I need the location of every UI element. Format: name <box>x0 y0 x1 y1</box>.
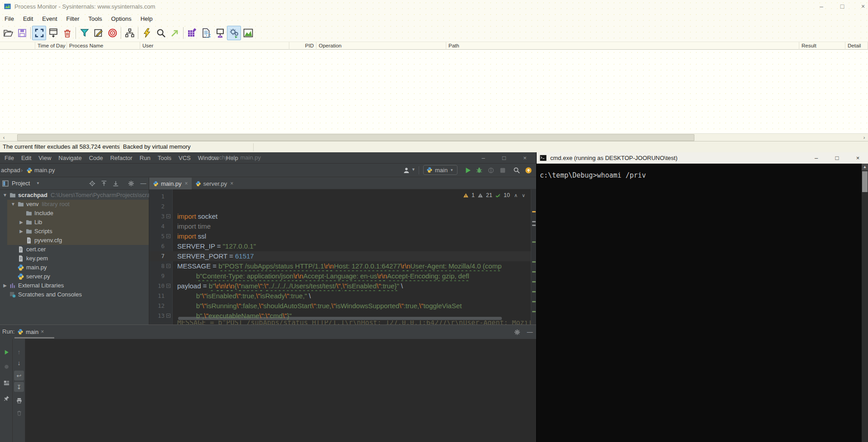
stripe-mark[interactable] <box>532 221 536 222</box>
fold-icon[interactable]: − <box>166 284 170 288</box>
fold-icon[interactable]: − <box>166 234 170 238</box>
scroll-right-icon[interactable]: › <box>860 134 868 141</box>
process-activity-icon[interactable] <box>227 26 241 40</box>
menu-item-edit[interactable]: Edit <box>19 15 38 22</box>
stripe-mark[interactable] <box>532 271 536 273</box>
chevron-down-icon[interactable]: ▼ <box>10 200 16 209</box>
stripe-mark[interactable] <box>532 225 536 226</box>
maximize-button[interactable]: □ <box>833 0 852 13</box>
run-tab-main[interactable]: main × <box>14 326 47 338</box>
settings-icon[interactable] <box>127 179 136 188</box>
error-stripe[interactable] <box>531 189 536 325</box>
tree-item-key-pem[interactable]: key.pem <box>0 254 149 263</box>
tree-item-main-py[interactable]: main.py <box>0 263 149 272</box>
chevron-right-icon[interactable]: ▶ <box>18 227 24 236</box>
stripe-mark[interactable] <box>532 301 536 302</box>
print-icon[interactable] <box>14 395 24 405</box>
menu-item-file[interactable]: File <box>1 155 18 161</box>
breadcrumb-project[interactable]: achpad <box>1 167 20 174</box>
close-icon[interactable]: × <box>184 180 188 187</box>
close-icon[interactable]: × <box>229 180 233 187</box>
chevron-down-icon[interactable]: ▼ <box>36 181 40 185</box>
column-header-process-name[interactable]: Process Name <box>67 42 140 50</box>
minimize-button[interactable]: – <box>476 152 491 164</box>
chevron-right-icon[interactable]: ▶ <box>2 281 8 290</box>
tree-item-lib[interactable]: ▶Lib <box>0 218 149 227</box>
column-header-time-of-day[interactable]: Time of Day <box>35 42 67 50</box>
menu-item-edit[interactable]: Edit <box>18 155 35 161</box>
find-icon[interactable] <box>154 26 168 40</box>
close-button[interactable]: × <box>517 152 533 164</box>
project-panel-title[interactable]: Project <box>12 180 30 187</box>
tree-item-external-libraries[interactable]: ▶External Libraries <box>0 281 149 290</box>
menu-item-options[interactable]: Options <box>107 15 136 22</box>
column-header-pid[interactable]: PID <box>289 42 316 50</box>
scroll-up-icon[interactable]: ▲ <box>862 164 868 170</box>
tree-item-pyvenv-cfg[interactable]: pyvenv.cfg <box>0 236 149 245</box>
maximize-button[interactable]: □ <box>827 152 847 164</box>
chevron-right-icon[interactable]: ▶ <box>18 218 24 227</box>
tree-item-venv[interactable]: ▼venvlibrary root <box>0 200 149 209</box>
run-configuration-select[interactable]: main ▼ <box>423 165 458 175</box>
rerun-icon[interactable] <box>1 347 11 357</box>
debug-icon[interactable] <box>475 166 483 174</box>
menu-item-filter[interactable]: Filter <box>62 15 84 22</box>
scrollbar-thumb[interactable] <box>862 171 868 192</box>
include-process-icon[interactable] <box>105 26 119 40</box>
menu-item-tools[interactable]: Tools <box>154 155 175 161</box>
fold-icon[interactable]: − <box>166 264 170 268</box>
locate-icon[interactable] <box>89 179 97 188</box>
stripe-mark[interactable] <box>532 281 536 282</box>
chevron-down-icon[interactable]: ▼ <box>2 191 8 200</box>
scroll-left-icon[interactable]: ‹ <box>0 134 8 141</box>
hide-panel-icon[interactable]: — <box>525 328 534 337</box>
menu-item-vcs[interactable]: VCS <box>175 155 194 161</box>
menu-item-code[interactable]: Code <box>85 155 107 161</box>
save-icon[interactable] <box>15 26 29 40</box>
menu-item-event[interactable]: Event <box>38 15 61 22</box>
maximize-button[interactable]: □ <box>496 152 512 164</box>
menu-item-run[interactable]: Run <box>136 155 154 161</box>
capture-icon[interactable] <box>32 26 46 40</box>
menu-item-help[interactable]: Help <box>136 15 157 22</box>
tree-item-scratches-and-consoles[interactable]: Scratches and Consoles <box>0 290 149 299</box>
breadcrumb-file[interactable]: main.py <box>34 167 55 174</box>
scrollbar-thumb[interactable] <box>17 134 694 141</box>
scroll-end-icon[interactable]: ↧ <box>14 382 24 392</box>
column-header-detail[interactable]: Detail <box>845 42 868 50</box>
menu-item-refactor[interactable]: Refactor <box>107 155 136 161</box>
cmd-console[interactable]: c:\temp\Debug>whoami /priv ▲ <box>537 164 868 442</box>
tree-item-cert-cer[interactable]: cert.cer <box>0 245 149 254</box>
tree-item-scrachpad[interactable]: ▼scrachpadC:\Users\Tomer\PycharmProjects… <box>0 191 149 200</box>
stripe-mark[interactable] <box>532 241 536 243</box>
jump-to-icon[interactable] <box>168 26 182 40</box>
up-arrow-icon[interactable]: ↑ <box>14 347 24 357</box>
profiler-icon[interactable] <box>499 166 507 174</box>
menu-item-navigate[interactable]: Navigate <box>55 155 85 161</box>
minimize-button[interactable]: – <box>812 0 831 13</box>
close-icon[interactable]: × <box>41 329 44 335</box>
coverage-icon[interactable] <box>487 166 495 174</box>
event-list-empty[interactable] <box>0 50 868 133</box>
search-everywhere-icon[interactable] <box>513 166 521 174</box>
down-arrow-icon[interactable]: ↓ <box>14 358 24 368</box>
file-system-activity-icon[interactable] <box>199 26 213 40</box>
stripe-mark[interactable] <box>532 291 536 292</box>
chevron-down-icon[interactable]: ▼ <box>411 167 415 172</box>
filter-icon[interactable] <box>77 26 91 40</box>
highlight-icon[interactable] <box>91 26 105 40</box>
fold-icon[interactable]: − <box>166 214 170 218</box>
editor-tab-server-py[interactable]: server.py× <box>192 178 237 189</box>
stripe-mark[interactable] <box>532 311 536 312</box>
column-header-operation[interactable]: Operation <box>316 42 446 50</box>
settings-icon[interactable] <box>514 328 523 337</box>
menu-item-tools[interactable]: Tools <box>84 15 107 22</box>
clear-all-icon[interactable] <box>14 408 24 418</box>
profiling-events-icon[interactable] <box>241 26 255 40</box>
menu-item-file[interactable]: File <box>0 15 19 22</box>
stripe-mark[interactable] <box>532 261 536 263</box>
soft-wrap-icon[interactable]: ↩ <box>14 371 24 381</box>
cmd-scrollbar[interactable]: ▲ <box>862 164 868 442</box>
editor-tab-main-py[interactable]: main.py× <box>149 178 192 189</box>
collapse-all-icon[interactable] <box>112 179 120 188</box>
